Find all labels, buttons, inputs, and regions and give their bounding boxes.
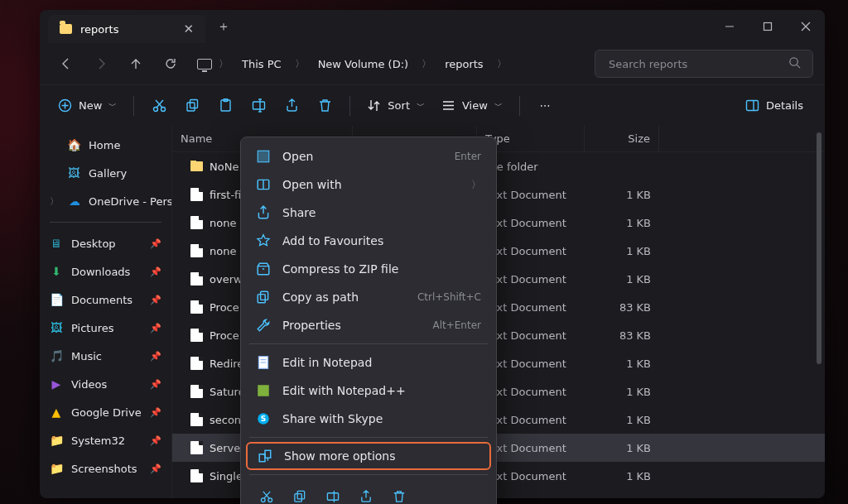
file-size: 1 KB [585, 217, 659, 229]
file-size: 1 KB [585, 245, 659, 257]
sidebar-item-label: OneDrive - Perso [89, 195, 172, 208]
sidebar-item-desktop[interactable]: 🖥Desktop📌 [41, 229, 170, 257]
copy-button[interactable] [177, 91, 207, 121]
copy-button[interactable] [286, 484, 314, 504]
pc-icon [197, 59, 212, 70]
file-icon [190, 329, 203, 342]
file-size: 1 KB [585, 358, 659, 370]
menu-item-edit-with-notepad-[interactable]: Edit with Notepad++ [246, 377, 491, 405]
sidebar-item-system32[interactable]: 📁System32📌 [41, 426, 170, 454]
cut-button[interactable] [253, 484, 281, 504]
maximize-button[interactable] [749, 10, 787, 43]
svg-line-5 [797, 65, 800, 68]
chevron-icon[interactable]: 〉 [293, 57, 306, 71]
share-button[interactable] [352, 484, 380, 504]
delete-button[interactable] [385, 484, 413, 504]
file-size: 1 KB [585, 414, 659, 426]
context-menu: OpenEnterOpen with〉ShareAdd to Favourite… [240, 137, 497, 504]
pin-icon: 📌 [150, 266, 161, 277]
svg-rect-30 [261, 291, 268, 300]
menu-item-add-to-favourites[interactable]: Add to Favourites [246, 227, 491, 255]
file-icon [190, 357, 203, 370]
refresh-button[interactable] [156, 49, 186, 79]
chevron-right-icon: 〉 [471, 178, 481, 192]
menu-item-label: Properties [282, 319, 341, 332]
svg-point-10 [161, 108, 165, 112]
menu-item-edit-in-notepad[interactable]: Edit in Notepad [246, 348, 491, 377]
svg-rect-43 [295, 494, 301, 502]
paste-button[interactable] [210, 91, 240, 121]
sidebar-item-screenshots[interactable]: 📁Screenshots📌 [41, 454, 170, 482]
close-tab-icon[interactable]: ✕ [183, 22, 194, 36]
sidebar-item-label: Google Drive [71, 406, 142, 419]
file-icon [190, 385, 203, 398]
chevron-icon[interactable]: 〉 [495, 57, 508, 71]
rename-button[interactable] [243, 91, 273, 121]
sidebar-icon: ▲ [50, 406, 63, 419]
menu-item-properties[interactable]: PropertiesAlt+Enter [246, 311, 491, 339]
file-icon [190, 188, 203, 201]
file-icon [190, 244, 203, 257]
sidebar-item-google-drive[interactable]: ▲Google Drive📌 [41, 398, 170, 426]
svg-rect-14 [190, 100, 197, 108]
menu-item-compress-to-zip-file[interactable]: Compress to ZIP file [246, 255, 491, 283]
share-button[interactable] [277, 91, 306, 121]
col-size[interactable]: Size [585, 126, 659, 151]
menu-item-copy-as-path[interactable]: Copy as pathCtrl+Shift+C [246, 283, 491, 311]
file-icon [190, 300, 203, 314]
sidebar-item-onedrive-perso[interactable]: 〉☁OneDrive - Perso [41, 187, 170, 215]
file-name: first-fi [210, 189, 241, 201]
up-button[interactable] [121, 49, 151, 79]
menu-item-open[interactable]: OpenEnter [246, 142, 491, 170]
sidebar-item-documents[interactable]: 📄Documents📌 [41, 286, 170, 314]
new-button[interactable]: New ﹀ [51, 91, 123, 121]
shortcut-label: Enter [455, 151, 481, 162]
scrollbar[interactable] [817, 132, 822, 364]
menu-item-open-with[interactable]: Open with〉 [246, 170, 491, 199]
svg-rect-34 [258, 385, 269, 396]
cut-button[interactable] [144, 91, 174, 121]
close-window-button[interactable] [787, 10, 825, 43]
menu-item-share[interactable]: Share [246, 199, 491, 227]
sidebar-icon: ☁ [69, 194, 80, 208]
forward-button[interactable] [86, 49, 116, 79]
sort-button[interactable]: Sort ﹀ [360, 91, 431, 121]
file-size: 1 KB [585, 273, 659, 286]
search-input[interactable] [607, 57, 780, 71]
chevron-icon[interactable]: 〉 [420, 57, 433, 71]
menu-item-show-more-options[interactable]: Show more options [246, 442, 491, 470]
back-button[interactable] [51, 49, 81, 79]
menu-item-label: Copy as path [282, 290, 359, 304]
more-button[interactable]: ⋯ [530, 91, 560, 121]
rename-button[interactable] [319, 484, 347, 504]
delete-button[interactable] [310, 91, 340, 121]
sidebar-item-music[interactable]: 🎵Music📌 [41, 342, 170, 370]
menu-item-label: Add to Favourites [282, 234, 383, 247]
crumb-volume[interactable]: New Volume (D:) [310, 53, 417, 75]
file-name: Proce [210, 329, 239, 342]
menu-item-share-with-skype[interactable]: SShare with Skype [246, 405, 491, 433]
new-tab-button[interactable]: ＋ [210, 13, 237, 40]
menu-item-label: Open [282, 150, 313, 163]
sidebar-item-home[interactable]: 🏠Home [41, 131, 170, 159]
sidebar-item-videos[interactable]: ▶Videos📌 [41, 370, 170, 398]
file-icon [190, 413, 203, 426]
crumb-reports[interactable]: reports [436, 53, 491, 75]
search-box[interactable] [595, 50, 813, 78]
crumb-this-pc[interactable]: This PC [234, 53, 290, 75]
search-icon [788, 56, 801, 71]
file-name: Redire [210, 358, 243, 370]
view-button[interactable]: View ﹀ [435, 91, 509, 121]
sidebar-item-gallery[interactable]: 🖼Gallery [41, 159, 170, 187]
sidebar-item-pictures[interactable]: 🖼Pictures📌 [41, 314, 170, 342]
chevron-icon[interactable]: 〉 [217, 57, 230, 71]
tab-reports[interactable]: reports ✕ [48, 15, 205, 43]
sidebar-icon: 📄 [50, 293, 63, 306]
sidebar-icon: 🎵 [50, 349, 63, 362]
breadcrumbs: 〉 This PC 〉 New Volume (D:) 〉 reports 〉 [197, 53, 590, 75]
shortcut-label: Ctrl+Shift+C [417, 291, 481, 303]
details-toggle[interactable]: Details [735, 94, 813, 118]
sidebar-item-downloads[interactable]: ⬇Downloads📌 [41, 257, 170, 286]
minimize-button[interactable] [711, 10, 749, 43]
file-name: NoNe [210, 161, 238, 173]
